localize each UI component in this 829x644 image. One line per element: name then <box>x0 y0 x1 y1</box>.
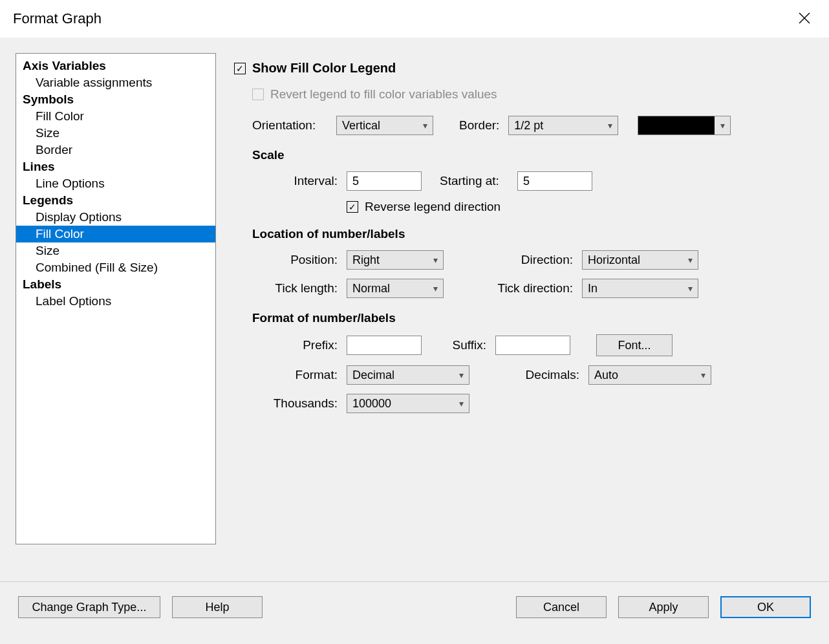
font-button[interactable]: Font... <box>596 334 673 356</box>
starting-at-input[interactable]: 5 <box>517 171 592 191</box>
decimals-dropdown[interactable]: Auto ▾ <box>588 365 711 385</box>
tree-header[interactable]: Axis Variables <box>16 58 215 74</box>
close-button[interactable] <box>793 8 816 30</box>
chevron-down-icon: ▾ <box>608 120 612 131</box>
chevron-down-icon: ▾ <box>688 283 693 294</box>
tree-header[interactable]: Labels <box>16 276 215 293</box>
border-width-dropdown[interactable]: 1/2 pt ▾ <box>508 116 618 135</box>
tick-row: Tick length: Normal ▾ Tick direction: In… <box>234 279 813 298</box>
dialog-footer: Change Graph Type... Help Cancel Apply O… <box>0 581 829 644</box>
color-swatch <box>638 116 715 134</box>
cancel-button[interactable]: Cancel <box>516 596 607 618</box>
chevron-down-icon: ▾ <box>720 120 725 131</box>
show-fill-color-legend-checkbox[interactable]: ✓ <box>234 63 246 74</box>
scale-interval-row: Interval: 5 Starting at: 5 <box>234 171 813 191</box>
suffix-input[interactable] <box>495 336 570 355</box>
category-tree[interactable]: Axis VariablesVariable assignmentsSymbol… <box>16 53 216 544</box>
titlebar: Format Graph <box>0 0 829 38</box>
chevron-down-icon: ▾ <box>688 255 693 265</box>
close-icon <box>798 12 811 25</box>
format-section-title: Format of number/labels <box>234 311 813 325</box>
border-color-picker[interactable]: ▾ <box>638 116 731 135</box>
tree-item[interactable]: Border <box>16 142 215 158</box>
orientation-border-row: Orientation: Vertical ▾ Border: 1/2 pt ▾ <box>234 116 813 135</box>
chevron-down-icon: ▾ <box>433 283 438 294</box>
format-decimals-row: Format: Decimal ▾ Decimals: Auto ▾ <box>234 365 813 385</box>
tree-item[interactable]: Display Options <box>16 209 215 226</box>
tick-direction-label: Tick direction: <box>482 281 582 295</box>
tree-header[interactable]: Symbols <box>16 91 215 108</box>
border-label: Border: <box>459 118 499 133</box>
chevron-down-icon: ▾ <box>459 370 464 380</box>
prefix-suffix-row: Prefix: Suffix: Font... <box>234 334 813 356</box>
format-graph-dialog: Format Graph Axis VariablesVariable assi… <box>0 0 829 644</box>
format-label: Format: <box>260 368 347 382</box>
tree-item[interactable]: Size <box>16 242 215 259</box>
tick-direction-dropdown[interactable]: In ▾ <box>582 279 698 298</box>
reverse-direction-row: ✓ Reverse legend direction <box>234 200 813 214</box>
tick-length-dropdown[interactable]: Normal ▾ <box>347 279 444 298</box>
interval-input[interactable]: 5 <box>347 171 422 191</box>
check-icon: ✓ <box>349 202 356 211</box>
prefix-label: Prefix: <box>260 338 347 352</box>
tick-length-label: Tick length: <box>260 281 347 295</box>
tree-item[interactable]: Fill Color <box>16 226 215 242</box>
scale-section-title: Scale <box>234 148 813 162</box>
show-legend-label: Show Fill Color Legend <box>252 61 396 76</box>
revert-legend-label: Revert legend to fill color variables va… <box>270 87 497 102</box>
tree-item[interactable]: Variable assignments <box>16 74 215 91</box>
tree-header[interactable]: Lines <box>16 158 215 175</box>
decimals-label: Decimals: <box>508 368 588 382</box>
direction-label: Direction: <box>482 253 582 267</box>
position-label: Position: <box>260 253 347 267</box>
revert-legend-checkbox <box>252 89 264 100</box>
orientation-dropdown[interactable]: Vertical ▾ <box>336 116 433 135</box>
position-dropdown[interactable]: Right ▾ <box>347 250 444 270</box>
reverse-direction-checkbox[interactable]: ✓ <box>347 201 358 213</box>
thousands-dropdown[interactable]: 100000 ▾ <box>347 394 469 413</box>
tree-item[interactable]: Label Options <box>16 293 215 310</box>
tree-item[interactable]: Fill Color <box>16 108 215 125</box>
tree-item[interactable]: Size <box>16 125 215 142</box>
format-dropdown[interactable]: Decimal ▾ <box>347 365 469 385</box>
thousands-label: Thousands: <box>260 396 347 411</box>
help-button[interactable]: Help <box>172 596 263 618</box>
show-fill-color-legend-row: ✓ Show Fill Color Legend <box>234 61 813 76</box>
position-direction-row: Position: Right ▾ Direction: Horizontal … <box>234 250 813 270</box>
suffix-label: Suffix: <box>441 338 495 352</box>
prefix-input[interactable] <box>347 336 422 355</box>
chevron-down-icon: ▾ <box>701 370 705 380</box>
apply-button[interactable]: Apply <box>618 596 709 618</box>
ok-button[interactable]: OK <box>720 596 811 618</box>
change-graph-type-button[interactable]: Change Graph Type... <box>18 596 160 618</box>
chevron-down-icon: ▾ <box>459 398 464 409</box>
starting-at-label: Starting at: <box>440 174 517 188</box>
orientation-label: Orientation: <box>252 118 330 133</box>
chevron-down-icon: ▾ <box>433 255 438 265</box>
chevron-down-icon: ▾ <box>423 120 427 131</box>
tree-header[interactable]: Legends <box>16 192 215 209</box>
direction-dropdown[interactable]: Horizontal ▾ <box>582 250 698 270</box>
thousands-row: Thousands: 100000 ▾ <box>234 394 813 413</box>
settings-panel: ✓ Show Fill Color Legend Revert legend t… <box>234 53 813 581</box>
reverse-direction-label: Reverse legend direction <box>365 200 501 214</box>
revert-legend-row: Revert legend to fill color variables va… <box>234 87 813 102</box>
dialog-title: Format Graph <box>13 10 102 27</box>
tree-item[interactable]: Line Options <box>16 175 215 192</box>
interval-label: Interval: <box>273 174 347 188</box>
tree-item[interactable]: Combined (Fill & Size) <box>16 259 215 276</box>
check-icon: ✓ <box>236 64 244 73</box>
location-section-title: Location of number/labels <box>234 227 813 241</box>
